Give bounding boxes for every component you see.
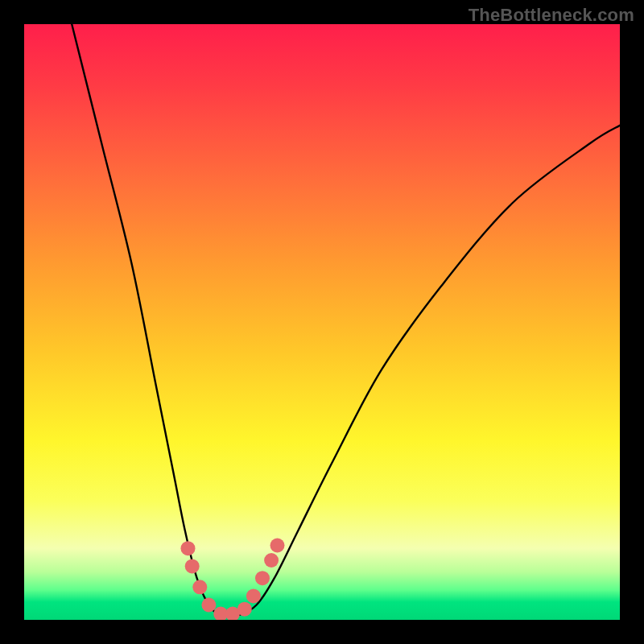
watermark-text: TheBottleneck.com — [469, 5, 634, 26]
chart-frame: TheBottleneck.com — [0, 0, 644, 644]
plot-area — [24, 24, 620, 620]
bottleneck-curve — [72, 24, 620, 617]
highlight-dot — [270, 539, 285, 553]
highlight-dot — [185, 559, 200, 573]
highlight-dot — [237, 602, 252, 617]
highlight-dot — [246, 588, 261, 603]
highlight-dot — [192, 580, 207, 594]
curve-svg — [24, 24, 620, 620]
highlight-dot — [264, 553, 279, 568]
highlight-dot — [181, 541, 196, 555]
highlight-dot — [201, 598, 216, 613]
highlight-dot — [255, 571, 270, 585]
